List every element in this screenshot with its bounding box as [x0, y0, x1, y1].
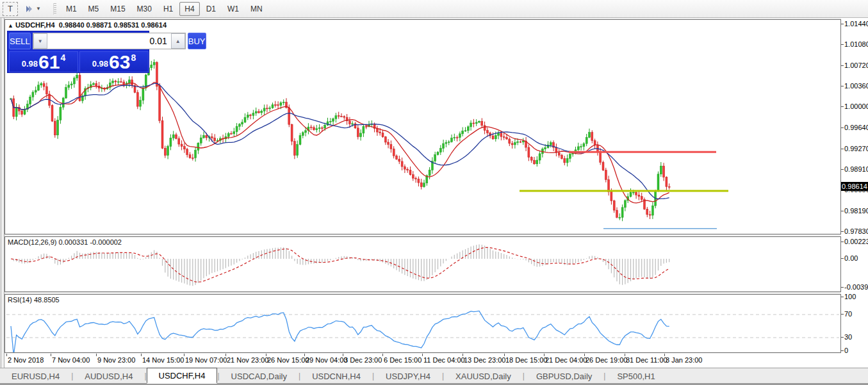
timeframe-button-d1[interactable]: D1 — [201, 2, 221, 16]
symbol-up-triangle-icon: ▲ — [8, 22, 13, 29]
rsi-pane[interactable]: RSI(14) 48.8505 — [4, 294, 841, 353]
time-axis-label: 7 Nov 04:00 — [52, 356, 90, 364]
buy-price-pip: 8 — [131, 53, 136, 63]
macd-axis-label: 0.002239 — [844, 238, 868, 245]
timeframe-button-w1[interactable]: W1 — [222, 2, 244, 16]
timeframe-button-m30[interactable]: M30 — [132, 2, 157, 16]
time-tick — [343, 354, 343, 356]
price-axis-label: 0.99270 — [844, 145, 868, 152]
timeframe-button-m1[interactable]: M1 — [61, 2, 82, 16]
timeframe-button-mn[interactable]: MN — [245, 2, 268, 16]
time-tick — [504, 354, 505, 356]
axis-tick — [841, 24, 844, 24]
time-axis-label: 21 Nov 23:00 — [227, 356, 268, 364]
macd-pane[interactable]: MACD(12,26,9) 0.000331 -0.000002 — [4, 236, 841, 292]
buy-button[interactable]: BUY — [188, 33, 206, 49]
time-axis-label: 21 Dec 04:00 — [545, 356, 587, 364]
time-axis-label: 26 Dec 19:00 — [585, 356, 627, 364]
price-axis-column: 1.014401.010801.007201.003601.000000.996… — [841, 18, 868, 367]
arrows-mode-icon — [24, 4, 34, 13]
chart-tab-xauusd[interactable]: XAUUSD,Daily — [444, 369, 523, 383]
window-left-edge — [0, 18, 4, 385]
chart-tab-usdjpy[interactable]: USDJPY,H4 — [374, 369, 442, 383]
time-tick — [51, 354, 51, 356]
axis-tick — [841, 106, 844, 107]
axis-tick — [841, 337, 844, 338]
axis-tick — [841, 350, 844, 351]
rsi-axis-label: 0 — [844, 347, 848, 354]
volume-decrease-button[interactable]: ▼ — [33, 33, 47, 49]
one-click-trade-panel: SELL ▼ ▲ BUY 0.98 61 4 0.98 63 8 — [7, 31, 149, 73]
timeframe-button-h4[interactable]: H4 — [179, 2, 199, 16]
timeframe-button-m5[interactable]: M5 — [83, 2, 104, 16]
time-tick — [184, 354, 184, 356]
chart-tab-sp500[interactable]: SP500,H1 — [605, 369, 666, 383]
volume-input[interactable] — [47, 36, 171, 46]
volume-increase-button[interactable]: ▲ — [171, 33, 185, 49]
axis-tick — [841, 65, 844, 66]
ohlc-close: 0.98614 — [141, 21, 167, 29]
chart-tab-usdchf[interactable]: USDCHF,H4 — [147, 368, 218, 384]
price-axis-label: 0.97830 — [844, 227, 868, 235]
time-axis-label: 11 Dec 04:00 — [423, 356, 465, 364]
axis-tick — [841, 242, 844, 242]
buy-price-prefix: 0.98 — [92, 59, 108, 69]
macd-chart — [5, 237, 840, 291]
chart-tab-gbpusd[interactable]: GBPUSD,Daily — [525, 369, 603, 383]
chart-tab-usdcad[interactable]: USDCAD,Daily — [220, 369, 299, 383]
time-axis-label: 29 Nov 04:00 — [306, 356, 347, 364]
price-axis-label: 1.00360 — [844, 82, 868, 90]
main-chart-pane[interactable]: ▲USDCHF,H4 0.98840 0.98871 0.98531 0.986… — [4, 19, 841, 234]
timeframe-button-h1[interactable]: H1 — [158, 2, 178, 16]
sell-price-pip: 4 — [60, 53, 65, 63]
macd-axis-label: -0.003901 — [844, 283, 868, 291]
macd-axis-label: 0.00 — [844, 254, 858, 262]
axis-tick — [841, 169, 844, 170]
chart-tab-usdcnh[interactable]: USDCNH,H4 — [300, 369, 372, 383]
ohlc-high: 0.98871 — [86, 21, 112, 29]
chevron-down-icon: ▼ — [36, 6, 41, 12]
time-tick — [463, 354, 463, 356]
buy-price-main: 63 — [109, 54, 130, 70]
sell-price-main: 61 — [38, 54, 60, 70]
timeframe-button-m15[interactable]: M15 — [105, 2, 130, 16]
chart-symbol: USDCHF,H4 — [15, 21, 55, 29]
time-axis: 2 Nov 20187 Nov 04:009 Nov 23:0014 Nov 1… — [4, 354, 841, 367]
time-tick — [96, 354, 97, 356]
chart-tab-bar: EURUSD,H4|AUDUSD,H4|USDCHF,H4|USDCAD,Dai… — [0, 368, 868, 385]
cursor-mode-button[interactable]: ▼ — [19, 2, 46, 16]
chart-tab-eurusd[interactable]: EURUSD,H4 — [0, 369, 71, 383]
rsi-axis-label: 70 — [844, 310, 852, 318]
sell-button[interactable]: SELL — [9, 33, 31, 49]
axis-tick — [841, 314, 844, 315]
time-axis-label: 19 Nov 07:00 — [185, 356, 227, 364]
rsi-axis-label: 30 — [844, 333, 852, 341]
ohlc-low: 0.98531 — [113, 21, 139, 29]
rsi-chart — [5, 295, 840, 352]
rsi-value: 48.8505 — [34, 296, 60, 304]
time-axis-label: 18 Dec 15:00 — [505, 356, 547, 364]
macd-value-signal: -0.000002 — [90, 238, 122, 246]
time-tick — [584, 354, 585, 356]
axis-tick — [841, 297, 844, 297]
current-price-tag: 0.98614 — [841, 182, 868, 191]
rsi-title: RSI(14) 48.8505 — [8, 296, 60, 304]
time-tick — [304, 354, 305, 356]
sell-price-button[interactable]: 0.98 61 4 — [9, 51, 78, 72]
timeframe-group: M1M5M15M30H1H4D1W1MN — [60, 2, 268, 16]
macd-title: MACD(12,26,9) 0.000331 -0.000002 — [8, 238, 122, 246]
time-tick — [422, 354, 423, 356]
sell-price-prefix: 0.98 — [22, 59, 38, 69]
chart-tab-audusd[interactable]: AUDUSD,H4 — [73, 369, 144, 383]
price-axis-label: 1.01440 — [844, 20, 868, 28]
time-tick — [544, 354, 545, 356]
price-axis-label: 1.01080 — [844, 40, 868, 48]
time-axis-label: 31 Dec 11:00 — [626, 356, 667, 364]
text-tool-button[interactable]: T — [3, 2, 18, 16]
toolbar-grip[interactable] — [53, 3, 56, 15]
axis-tick — [841, 231, 844, 232]
time-axis-label: 26 Nov 15:00 — [267, 356, 309, 364]
time-axis-label: 13 Dec 23:00 — [464, 356, 505, 364]
buy-price-button[interactable]: 0.98 63 8 — [79, 51, 149, 72]
price-axis-label: 0.98190 — [844, 207, 868, 215]
